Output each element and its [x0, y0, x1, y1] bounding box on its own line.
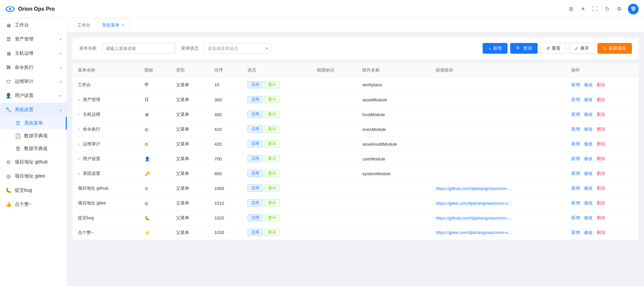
action-add[interactable]: 新增 — [571, 185, 580, 191]
search-button[interactable]: 🔍 查询 — [510, 43, 538, 54]
action-delete[interactable]: 删除 — [597, 141, 605, 147]
sidebar-sub-item-dict[interactable]: 📋 数据字典项 — [0, 130, 67, 142]
expand-button[interactable]: ⤢ 展开 — [569, 43, 595, 54]
action-add[interactable]: 新增 — [571, 97, 580, 103]
action-delete[interactable]: 删除 — [597, 97, 605, 103]
cell-type: 父菜单 — [171, 137, 209, 151]
action-edit[interactable]: 修改 — [584, 156, 593, 162]
menu-name-input[interactable] — [102, 43, 176, 54]
sidebar-item-exec[interactable]: ⌘ 命令执行 ▾ — [0, 60, 67, 75]
cell-icon: ⊙ — [139, 181, 171, 196]
sidebar-sub-item-dict-val[interactable]: ☰ 数据字典值 — [0, 142, 67, 155]
add-button[interactable]: + 新增 — [483, 43, 507, 54]
expand-icon: ⤢ — [575, 46, 578, 51]
refresh-cache-button[interactable]: ↻ 刷新缓存 — [597, 43, 632, 54]
fullscreen-icon[interactable]: ⛶ — [592, 6, 598, 12]
user-arrow-icon: ▾ — [60, 94, 61, 98]
cell-menu-name: 点个赞~ — [72, 225, 139, 240]
cell-permission — [312, 210, 357, 225]
action-add[interactable]: 新增 — [571, 200, 580, 206]
action-edit[interactable]: 修改 — [584, 126, 593, 132]
action-delete[interactable]: 删除 — [597, 156, 605, 162]
content-area: 菜单名称 菜单状态 请选择菜单状态 启用 禁用 + 新增 — [67, 32, 644, 286]
action-edit[interactable]: 修改 — [584, 200, 593, 206]
sidebar-item-workplace[interactable]: 🖥 工作台 — [0, 18, 67, 32]
sidebar-item-github[interactable]: ⊙ 项目地址 github — [0, 155, 67, 169]
action-add[interactable]: 新增 — [571, 111, 580, 117]
cell-icon: 🖥 — [139, 107, 171, 122]
reset-button[interactable]: ↺ 重置 — [540, 43, 566, 54]
action-delete[interactable]: 删除 — [597, 215, 605, 221]
action-add[interactable]: 新增 — [571, 126, 580, 132]
expand-row-icon[interactable]: + — [78, 112, 81, 116]
action-delete[interactable]: 删除 — [597, 171, 605, 177]
sidebar-item-audit[interactable]: 🛡 运维审计 ▾ — [0, 75, 67, 89]
status-enabled-tag: 启用 — [248, 170, 263, 177]
tab-system-menu[interactable]: 系统菜单 ✕ — [97, 19, 129, 31]
action-add[interactable]: 新增 — [571, 171, 580, 177]
action-add[interactable]: 新增 — [571, 141, 580, 147]
action-edit[interactable]: 修改 — [584, 97, 593, 103]
status-display-tag: 显示 — [264, 155, 280, 162]
status-display-tag: 显示 — [264, 96, 280, 103]
action-edit[interactable]: 修改 — [584, 171, 593, 177]
action-add[interactable]: 新增 — [571, 215, 580, 221]
sidebar-item-gitee-label: 项目地址 gitee — [15, 173, 45, 179]
refresh-icon[interactable]: ↻ — [604, 6, 610, 12]
cell-type: 父菜单 — [171, 225, 209, 240]
action-delete[interactable]: 删除 — [597, 111, 605, 117]
action-delete[interactable]: 删除 — [597, 126, 605, 132]
action-delete[interactable]: 删除 — [597, 82, 605, 88]
status-enabled-tag: 启用 — [248, 81, 263, 88]
status-enabled-tag: 启用 — [248, 229, 263, 236]
action-add[interactable]: 新增 — [571, 156, 580, 162]
action-add[interactable]: 新增 — [571, 82, 580, 88]
sidebar-item-bug[interactable]: 🐛 提交bug — [0, 183, 67, 197]
expand-row-icon[interactable]: + — [78, 157, 81, 161]
avatar[interactable]: 管 — [628, 4, 639, 14]
asset-icon: ☰ — [5, 36, 11, 42]
tab-workplace[interactable]: 工作台 — [72, 19, 96, 31]
expand-row-icon[interactable]: + — [78, 127, 81, 131]
sidebar-item-system-label: 系统设置 — [15, 107, 34, 113]
status-enabled-tag: 启用 — [248, 96, 263, 103]
system-arrow-icon: ▴ — [60, 108, 61, 112]
action-delete[interactable]: 删除 — [597, 185, 605, 191]
sidebar-item-exec-label: 命令执行 — [15, 64, 34, 70]
sidebar-item-user[interactable]: 👤 用户设置 ▾ — [0, 89, 67, 103]
grid-icon[interactable]: ⊞ — [568, 6, 574, 12]
action-delete[interactable]: 删除 — [597, 200, 605, 206]
cell-type: 父菜单 — [171, 107, 209, 122]
cell-permission — [312, 181, 357, 196]
sidebar-item-asset[interactable]: ☰ 资产管理 ▾ — [0, 32, 67, 46]
status-display-tag: 显示 — [264, 185, 280, 192]
action-edit[interactable]: 修改 — [584, 141, 593, 147]
cell-type: 父菜单 — [171, 166, 209, 181]
menu-status-select[interactable]: 请选择菜单状态 启用 禁用 — [204, 43, 271, 54]
action-edit[interactable]: 修改 — [584, 215, 593, 221]
sidebar-item-like[interactable]: 👍 点个赞~ — [0, 197, 67, 211]
sidebar-item-host-label: 主机运维 — [15, 50, 34, 56]
sun-icon[interactable]: ☀ — [580, 6, 586, 12]
settings-icon[interactable]: ⚙ — [616, 6, 623, 12]
action-add[interactable]: 新增 — [571, 230, 580, 236]
sidebar-item-gitee[interactable]: ◎ 项目地址 gitee — [0, 169, 67, 183]
system-menu-icon: ☰ — [15, 120, 21, 126]
cell-order: 700 — [209, 151, 242, 166]
sidebar-item-host[interactable]: 🖥 主机运维 ▾ — [0, 46, 67, 60]
sidebar-item-system[interactable]: 🔧 系统设置 ▴ — [0, 103, 67, 117]
tab-close-icon[interactable]: ✕ — [121, 23, 124, 28]
action-edit[interactable]: 修改 — [584, 111, 593, 117]
sidebar-sub-item-menu[interactable]: ☰ 系统菜单 — [0, 117, 67, 130]
expand-row-icon[interactable]: + — [78, 172, 81, 176]
action-edit[interactable]: 修改 — [584, 82, 593, 88]
header-right: ⊞ ☀ ⛶ ↻ ⚙ 管 — [568, 4, 639, 14]
action-edit[interactable]: 修改 — [584, 230, 593, 236]
cell-actions: 新增修改删除 — [566, 107, 639, 122]
logo-icon — [5, 4, 15, 14]
action-edit[interactable]: 修改 — [584, 185, 593, 191]
action-delete[interactable]: 删除 — [597, 230, 605, 236]
expand-row-icon[interactable]: + — [78, 142, 81, 146]
status-display-tag: 显示 — [264, 126, 280, 133]
expand-row-icon[interactable]: + — [78, 98, 81, 102]
